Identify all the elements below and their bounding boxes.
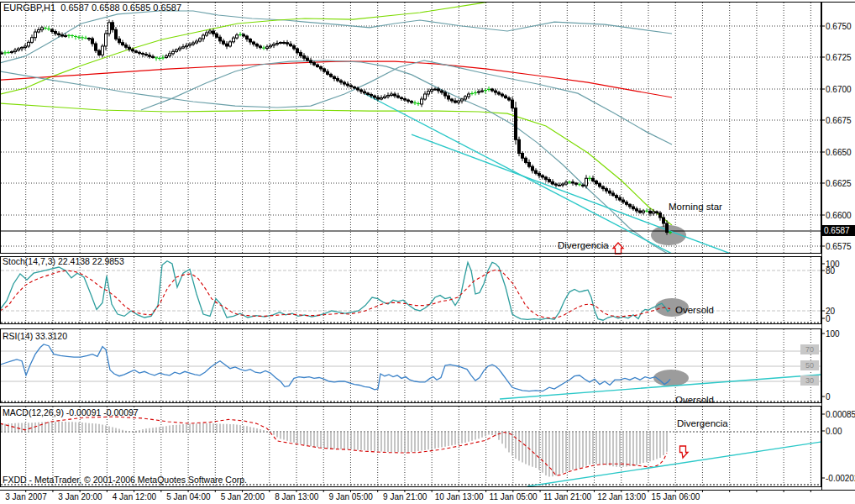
macd-tick-label: 0.00 — [826, 427, 842, 436]
symbol-ohlc-label: EURGBP,H1 0.6587 0.6588 0.6585 0.6587 — [3, 3, 181, 13]
rsi-tick-label: 0 — [826, 392, 831, 402]
time-label: 4 Jan 12:00 — [113, 492, 156, 501]
candles-series — [1, 19, 673, 234]
macd-tick-label: -0.00202 — [826, 474, 855, 483]
chart-canvas[interactable] — [0, 0, 855, 504]
mt4-chart-window[interactable]: EURGBP,H1 0.6587 0.6588 0.6585 0.6587 St… — [0, 0, 855, 504]
price-tick-label: 0.6600 — [826, 211, 852, 220]
time-label: 3 Jan 20:00 — [58, 492, 102, 501]
macd-tick-label: 0.00085 — [826, 410, 855, 419]
macd-signal-line — [0, 417, 667, 475]
rsi-level-box: 70 — [800, 344, 819, 354]
annotation-oversold[interactable]: Oversold — [675, 395, 714, 405]
envelope-lower-green — [0, 103, 672, 225]
macd-indicator-label: MACD(12,26,9) -0.00091 -0.00097 — [3, 408, 139, 417]
copyright-label: FXDD - MetaTrader, © 2001-2006 MetaQuote… — [3, 475, 247, 485]
divergence-down-arrow[interactable] — [680, 446, 689, 458]
time-label: 10 Jan 13:00 — [435, 492, 484, 501]
current-price-box: 0.6587 — [822, 225, 855, 236]
price-tick-label: 0.6575 — [826, 242, 852, 251]
price-tick-label: 0.6625 — [826, 179, 852, 188]
annotation-morning-star[interactable]: Morning star — [669, 202, 722, 212]
macd-trendline — [527, 442, 821, 486]
time-label: 11 Jan 21:00 — [543, 492, 591, 501]
time-label: 5 Jan 20:00 — [221, 492, 265, 501]
annotation-divergencia[interactable]: Divergencia — [677, 418, 728, 428]
time-label: 9 Jan 05:00 — [329, 492, 373, 501]
time-label: 9 Jan 21:00 — [383, 492, 427, 501]
time-label: 15 Jan 06:00 — [652, 492, 700, 501]
time-label: 8 Jan 13:00 — [275, 492, 318, 501]
time-label: 3 Jan 2007 — [5, 492, 47, 501]
rsi-level-box: 50 — [800, 360, 819, 370]
time-label: 11 Jan 05:00 — [490, 492, 538, 501]
stoch-tick-label: 0 — [826, 314, 831, 323]
stoch-tick-label: 80 — [826, 266, 835, 276]
price-tick-label: 0.6725 — [826, 53, 852, 62]
rsi-tick-label: 100 — [826, 329, 840, 339]
price-tick-label: 0.6700 — [826, 85, 852, 94]
price-tick-label: 0.6675 — [826, 116, 852, 125]
highlight-ellipse-rsi[interactable] — [653, 370, 689, 386]
annotation-divergencia[interactable]: Divergencia — [558, 240, 609, 250]
price-tick-label: 0.6650 — [826, 148, 852, 157]
stoch-indicator-label: Stoch(14,7,3) 22.4138 22.9853 — [3, 257, 124, 266]
rsi-indicator-label: RSI(14) 33.3120 — [3, 332, 67, 341]
rsi-level-box: 30 — [800, 375, 819, 386]
main-price-panel[interactable] — [0, 0, 821, 254]
rsi-panel[interactable] — [0, 344, 821, 402]
time-label: 5 Jan 04:00 — [166, 492, 210, 501]
price-tick-label: 0.6750 — [826, 22, 852, 31]
time-label: 12 Jan 13:00 — [597, 492, 646, 501]
annotation-oversold[interactable]: Oversold — [675, 305, 714, 315]
